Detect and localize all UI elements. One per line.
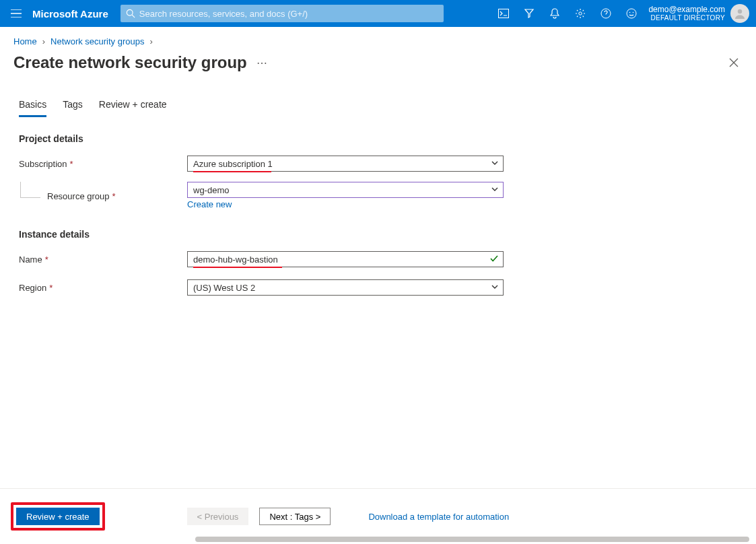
svg-point-0 xyxy=(127,9,133,15)
breadcrumb-nsg[interactable]: Network security groups xyxy=(50,36,144,46)
page-title-row: Create network security group ⋯ xyxy=(0,50,756,72)
name-label: Name* xyxy=(19,254,187,265)
account-email: demo@example.com xyxy=(648,5,725,14)
highlight-underline xyxy=(193,267,282,268)
global-search-input[interactable] xyxy=(139,9,438,19)
svg-point-3 xyxy=(579,12,582,15)
review-create-button[interactable]: Review + create xyxy=(16,508,100,525)
resource-group-value: wg-demo xyxy=(193,185,229,195)
settings-gear-icon[interactable] xyxy=(568,0,593,27)
download-template-link[interactable]: Download a template for automation xyxy=(368,512,509,522)
search-icon xyxy=(126,9,135,18)
brand-label[interactable]: Microsoft Azure xyxy=(32,8,121,20)
cloud-shell-icon[interactable] xyxy=(491,0,516,27)
account-directory: DEFAULT DIRECTORY xyxy=(648,14,725,22)
horizontal-scrollbar[interactable] xyxy=(195,537,749,542)
svg-point-7 xyxy=(633,12,634,13)
section-instance-details: Instance details xyxy=(19,229,737,240)
svg-line-1 xyxy=(132,15,135,18)
subscription-label: Subscription* xyxy=(19,159,187,169)
close-icon[interactable] xyxy=(725,54,743,71)
name-input[interactable]: demo-hub-wg-bastion xyxy=(187,251,504,267)
svg-rect-2 xyxy=(499,9,509,18)
top-utility-icons xyxy=(491,0,644,27)
region-value: (US) West US 2 xyxy=(193,283,255,293)
tree-connector-icon xyxy=(20,182,40,198)
hamburger-menu-icon[interactable] xyxy=(0,0,32,27)
notifications-icon[interactable] xyxy=(542,0,568,27)
help-icon[interactable] xyxy=(593,0,619,27)
page-title: Create network security group xyxy=(13,53,247,72)
breadcrumb: Home › Network security groups › xyxy=(0,27,756,50)
more-actions-icon[interactable]: ⋯ xyxy=(256,57,267,69)
chevron-down-icon xyxy=(491,185,499,193)
basics-form: Project details Subscription* Azure subs… xyxy=(0,117,756,298)
breadcrumb-home[interactable]: Home xyxy=(13,36,37,46)
region-select[interactable]: (US) West US 2 xyxy=(187,279,504,296)
highlight-box: Review + create xyxy=(11,502,105,531)
tab-review-create[interactable]: Review + create xyxy=(99,99,167,117)
chevron-down-icon xyxy=(491,159,499,167)
svg-point-6 xyxy=(629,12,631,13)
svg-point-5 xyxy=(627,9,636,18)
svg-point-8 xyxy=(738,9,742,13)
resource-group-label: Resource group* xyxy=(19,191,187,201)
account-menu[interactable]: demo@example.com DEFAULT DIRECTORY xyxy=(644,4,756,23)
subscription-value: Azure subscription 1 xyxy=(193,159,273,169)
create-new-link[interactable]: Create new xyxy=(187,199,232,209)
tab-tags[interactable]: Tags xyxy=(63,99,83,117)
subscription-select[interactable]: Azure subscription 1 xyxy=(187,156,504,172)
highlight-underline xyxy=(193,171,271,172)
check-icon xyxy=(489,254,499,263)
chevron-right-icon: › xyxy=(149,36,152,46)
region-label: Region* xyxy=(19,283,187,293)
section-project-details: Project details xyxy=(19,133,737,144)
wizard-footer: Review + create < Previous Next : Tags >… xyxy=(0,489,756,544)
chevron-right-icon: › xyxy=(42,36,45,46)
azure-top-bar: Microsoft Azure demo@example.com DEFAULT… xyxy=(0,0,756,27)
form-tabs: Basics Tags Review + create xyxy=(0,72,756,117)
chevron-down-icon xyxy=(491,283,499,291)
directory-filter-icon[interactable] xyxy=(516,0,542,27)
next-button[interactable]: Next : Tags > xyxy=(259,508,331,525)
previous-button: < Previous xyxy=(187,508,249,525)
avatar-icon xyxy=(730,4,749,23)
name-value: demo-hub-wg-bastion xyxy=(193,254,278,265)
tab-basics[interactable]: Basics xyxy=(19,99,46,117)
feedback-icon[interactable] xyxy=(619,0,644,27)
resource-group-select[interactable]: wg-demo xyxy=(187,182,504,198)
global-search[interactable] xyxy=(121,5,444,22)
